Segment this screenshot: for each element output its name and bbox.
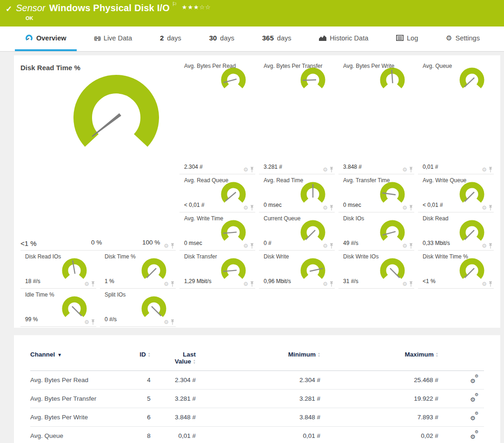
stars-empty[interactable]: ☆☆ (199, 4, 211, 11)
gauge-actions: ⚙ (402, 243, 413, 249)
gauge-dial (139, 258, 168, 284)
pin-icon[interactable] (329, 167, 334, 172)
channel-settings-button[interactable]: ⚙ ⚙ (470, 376, 478, 383)
column-header-minimum[interactable]: Minimum▲▼ (196, 351, 320, 371)
pin-icon[interactable] (409, 281, 413, 287)
pin-icon[interactable] (250, 281, 254, 287)
channel-minimum-cell: 2.304 # (196, 371, 320, 390)
flag-icon[interactable]: ⚐ (172, 1, 177, 7)
gauges-panel: Disk Read Time % 0 % 100 % <1 % ⚙ Avg. B… (14, 55, 500, 328)
pin-icon[interactable] (250, 205, 254, 211)
gear-icon[interactable]: ⚙ (323, 205, 328, 211)
gear-icon[interactable]: ⚙ (402, 243, 407, 249)
gauge-value: 1 % (105, 278, 114, 284)
column-header-id[interactable]: ID▲▼ (128, 351, 151, 371)
gauge-actions: ⚙ (402, 281, 413, 287)
gauge-tile: Avg. Queue 0,01 # ⚙ (418, 60, 494, 174)
tab-label: days (277, 34, 292, 42)
tab-2-days[interactable]: 2 days (150, 26, 192, 51)
gauge-actions: ⚙ (323, 243, 334, 249)
gear-icon[interactable]: ⚙ (243, 167, 248, 172)
channel-id-cell: 8 (128, 427, 151, 443)
primary-gauge-tile: Disk Read Time % 0 % 100 % <1 % ⚙ (20, 60, 176, 251)
gauge-dial (298, 258, 327, 284)
gauge-actions: ⚙ (84, 281, 95, 287)
gear-icon: ⚙ (470, 378, 476, 384)
tab-label: Log (407, 34, 418, 42)
gear-icon[interactable]: ⚙ (482, 243, 487, 249)
pin-icon[interactable] (329, 281, 334, 287)
gauge-dial (60, 258, 89, 284)
channels-panel: Channel▼ ID▲▼ Last Value▲▼ Minimum▲▼ Max… (14, 335, 500, 443)
gauge-tile: Disk Time % 1 % ⚙ (100, 251, 176, 289)
channel-settings-button[interactable]: ⚙ ⚙ (470, 431, 478, 439)
pin-icon[interactable] (488, 281, 493, 287)
column-header-maximum[interactable]: Maximum▲▼ (320, 351, 438, 371)
gear-icon[interactable]: ⚙ (84, 319, 89, 325)
gear-icon[interactable]: ⚙ (402, 167, 407, 172)
gear-icon[interactable]: ⚙ (402, 205, 407, 211)
gauge-value: 3.848 # (343, 164, 362, 170)
column-header-channel[interactable]: Channel▼ (30, 351, 128, 371)
pin-icon[interactable] (488, 243, 493, 249)
pin-icon[interactable] (170, 281, 175, 287)
pin-icon[interactable] (250, 243, 254, 249)
pin-icon[interactable] (91, 319, 95, 325)
gear-icon[interactable]: ⚙ (323, 281, 328, 287)
gauge-actions: ⚙ (323, 205, 334, 211)
tab-overview[interactable]: Overview (15, 26, 77, 51)
gauge-actions: ⚙ (402, 167, 413, 172)
gauge-tile: Avg. Bytes Per Write 3.848 # ⚙ (338, 60, 414, 174)
gauge-actions: ⚙ (482, 281, 493, 287)
gear-icon[interactable]: ⚙ (482, 281, 487, 287)
gear-icon[interactable]: ⚙ (164, 243, 169, 249)
gear-icon[interactable]: ⚙ (323, 243, 328, 249)
gear-icon: ⚙ (470, 415, 476, 421)
pin-icon[interactable] (488, 205, 493, 211)
page-title: Windows Physical Disk I/O (49, 3, 170, 13)
gauge-dial (60, 71, 172, 151)
channel-id-cell: 6 (128, 408, 151, 427)
tab-live-data[interactable]: ((•)) Live Data (84, 26, 142, 51)
gauge-dial (298, 181, 327, 207)
tab-365-days[interactable]: 365 days (252, 26, 302, 51)
pin-icon[interactable] (409, 243, 413, 249)
pin-icon[interactable] (91, 281, 95, 287)
tab-30-days[interactable]: 30 days (199, 26, 245, 51)
column-header-last-value[interactable]: Last Value▲▼ (151, 351, 196, 371)
stars-filled[interactable]: ★★★ (182, 4, 199, 11)
gauge-tile: Avg. Read Queue < 0,01 # ⚙ (179, 174, 255, 212)
gauge-tile: Idle Time % 99 % ⚙ (20, 289, 96, 327)
channel-minimum-cell: 3.281 # (196, 390, 320, 408)
gauge-actions: ⚙ (243, 243, 254, 249)
pin-icon[interactable] (170, 243, 175, 249)
tab-log[interactable]: Log (386, 26, 428, 51)
priority-stars[interactable]: ★★★☆☆ (182, 4, 211, 11)
gear-icon[interactable]: ⚙ (402, 281, 407, 287)
gear-icon[interactable]: ⚙ (323, 167, 328, 172)
pin-icon[interactable] (488, 167, 493, 172)
sort-icon: ▲▼ (148, 352, 151, 357)
gear-icon[interactable]: ⚙ (164, 281, 169, 287)
channel-settings-button[interactable]: ⚙ ⚙ (470, 394, 478, 402)
gear-icon[interactable]: ⚙ (482, 205, 487, 211)
gear-icon[interactable]: ⚙ (243, 281, 248, 287)
pin-icon[interactable] (409, 167, 413, 172)
channel-last-value-cell: 3.848 # (151, 408, 196, 427)
gear-icon[interactable]: ⚙ (164, 319, 169, 325)
pin-icon[interactable] (250, 167, 254, 172)
gear-icon[interactable]: ⚙ (482, 167, 487, 172)
tab-settings[interactable]: ⚙ Settings (436, 26, 490, 51)
channel-settings-button[interactable]: ⚙ ⚙ (470, 413, 478, 420)
gauge-dial (139, 296, 168, 322)
pin-icon[interactable] (409, 205, 413, 211)
pin-icon[interactable] (329, 243, 334, 249)
gear-icon[interactable]: ⚙ (243, 243, 248, 249)
gauge-actions: ⚙ (482, 205, 493, 211)
tab-historic-data[interactable]: Historic Data (309, 26, 378, 51)
gear-icon[interactable]: ⚙ (243, 205, 248, 211)
pin-icon[interactable] (170, 319, 175, 325)
gear-icon[interactable]: ⚙ (84, 281, 89, 287)
channel-maximum-cell: 0,02 # (320, 427, 438, 443)
pin-icon[interactable] (329, 205, 334, 211)
